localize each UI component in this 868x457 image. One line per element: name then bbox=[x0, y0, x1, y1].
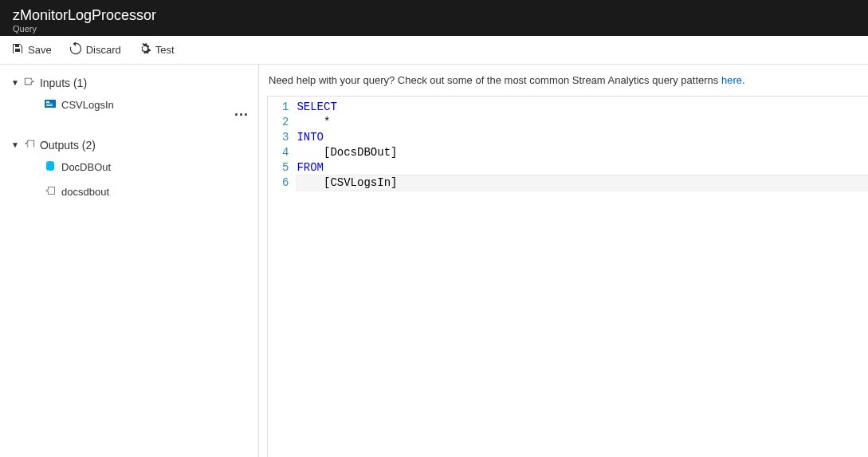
save-button[interactable]: Save bbox=[10, 39, 53, 61]
discard-button[interactable]: Discard bbox=[68, 39, 123, 61]
outputs-section: ▼ Outputs (2) DocDBOut docsdbout bbox=[11, 135, 247, 204]
code-line[interactable]: FROM bbox=[297, 160, 868, 175]
svg-rect-3 bbox=[46, 105, 53, 106]
output-item-docsdbout[interactable]: docsdbout bbox=[11, 179, 247, 204]
query-editor[interactable]: 123456 SELECT *INTO [DocsDBOut]FROM [CSV… bbox=[267, 96, 868, 457]
input-item-csvlogsin[interactable]: CSVLogsIn bbox=[11, 93, 247, 117]
line-number: 2 bbox=[282, 115, 289, 130]
svg-point-4 bbox=[46, 161, 54, 164]
svg-rect-1 bbox=[46, 101, 49, 103]
code-line[interactable]: INTO bbox=[297, 130, 868, 145]
stream-input-icon bbox=[45, 98, 56, 112]
outputs-header[interactable]: ▼ Outputs (2) bbox=[11, 135, 247, 155]
help-suffix: . bbox=[742, 74, 745, 86]
line-number: 4 bbox=[282, 145, 289, 160]
help-text: Need help with your query? Check out som… bbox=[259, 65, 868, 96]
page-subtitle: Query bbox=[13, 24, 855, 34]
main-panel: Need help with your query? Check out som… bbox=[259, 65, 868, 457]
line-number: 3 bbox=[282, 130, 289, 145]
line-gutter: 123456 bbox=[268, 97, 297, 194]
help-prefix: Need help with your query? Check out som… bbox=[269, 74, 721, 86]
caret-down-icon: ▼ bbox=[11, 140, 19, 149]
output-item-docdbout[interactable]: DocDBOut bbox=[11, 155, 247, 179]
code-line[interactable]: SELECT bbox=[297, 100, 868, 115]
caret-down-icon: ▼ bbox=[11, 78, 19, 87]
input-item-label: CSVLogsIn bbox=[61, 99, 114, 111]
page-title: zMonitorLogProcessor bbox=[13, 6, 855, 24]
save-label: Save bbox=[28, 44, 52, 56]
discard-icon bbox=[69, 42, 82, 57]
help-link[interactable]: here bbox=[721, 74, 742, 86]
inputs-label: Inputs (1) bbox=[40, 77, 87, 89]
code-line[interactable]: [DocsDBOut] bbox=[297, 145, 868, 160]
documentdb-icon bbox=[45, 160, 56, 174]
svg-rect-2 bbox=[46, 104, 53, 104]
header: zMonitorLogProcessor Query bbox=[0, 0, 868, 36]
inputs-section: ▼ Inputs (1) CSVLogsIn bbox=[11, 73, 247, 117]
content: ▼ Inputs (1) CSVLogsIn ... ▼ Outputs bbox=[0, 65, 868, 457]
line-number: 1 bbox=[282, 100, 289, 115]
output-icon bbox=[45, 185, 56, 199]
code-area[interactable]: SELECT *INTO [DocsDBOut]FROM [CSVLogsIn] bbox=[297, 97, 868, 194]
line-number: 5 bbox=[282, 160, 289, 175]
discard-label: Discard bbox=[86, 44, 121, 56]
line-number: 6 bbox=[282, 175, 289, 191]
inputs-header[interactable]: ▼ Inputs (1) bbox=[11, 73, 247, 93]
more-options-button[interactable]: ... bbox=[234, 103, 249, 120]
toolbar: Save Discard Test bbox=[0, 36, 868, 65]
code-line[interactable]: * bbox=[297, 115, 868, 130]
save-icon bbox=[11, 42, 24, 57]
test-button[interactable]: Test bbox=[137, 39, 176, 61]
output-item-label: docsdbout bbox=[61, 186, 109, 198]
input-group-icon bbox=[24, 76, 35, 89]
output-group-icon bbox=[24, 138, 35, 152]
gear-icon bbox=[139, 42, 151, 57]
code-line[interactable]: [CSVLogsIn] bbox=[297, 175, 868, 191]
output-item-label: DocDBOut bbox=[61, 161, 111, 173]
sidebar: ▼ Inputs (1) CSVLogsIn ... ▼ Outputs bbox=[0, 65, 259, 457]
outputs-label: Outputs (2) bbox=[40, 139, 96, 152]
test-label: Test bbox=[155, 44, 175, 56]
